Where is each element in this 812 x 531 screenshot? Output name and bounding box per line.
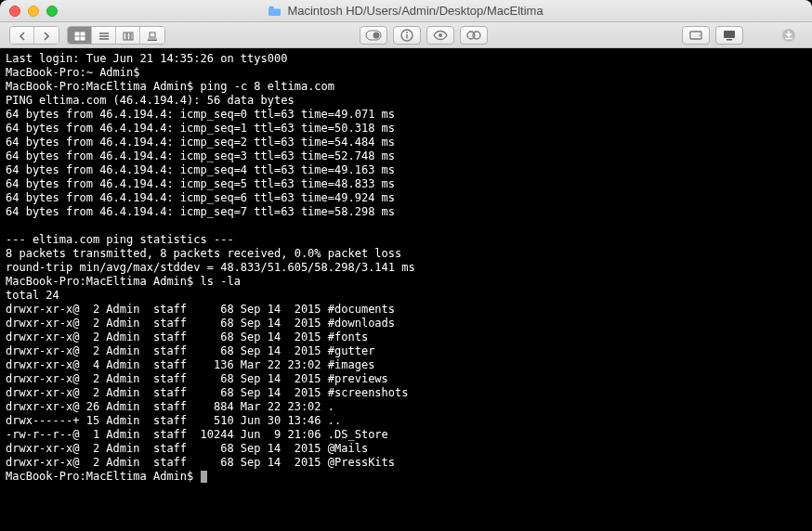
window-titlebar: Macintosh HD/Users/Admin/Desktop/MacElti… (0, 0, 812, 22)
svg-point-22 (699, 34, 701, 36)
column-view-button[interactable] (116, 27, 140, 45)
terminal-line: 64 bytes from 46.4.194.4: icmp_seq=0 ttl… (6, 108, 395, 121)
right-toolbar-group (682, 26, 743, 45)
svg-rect-2 (75, 37, 79, 40)
terminal-output[interactable]: Last login: Tue Jun 21 14:35:26 on ttys0… (0, 48, 812, 531)
compare-button[interactable] (460, 26, 488, 45)
window-controls (9, 6, 58, 17)
terminal-line: 64 bytes from 46.4.194.4: icmp_seq=4 ttl… (6, 163, 395, 176)
ls-row: drwxr-xr-x@ 4 Admin staff 136 Mar 22 23:… (6, 358, 374, 371)
terminal-line: --- eltima.com ping statistics --- (6, 233, 234, 246)
svg-point-18 (439, 33, 442, 37)
terminal-line: 8 packets transmitted, 8 packets receive… (6, 247, 401, 260)
back-button[interactable] (10, 27, 34, 45)
close-button[interactable] (9, 6, 20, 17)
svg-rect-9 (131, 32, 133, 40)
ls-row: drwxr-xr-x@ 2 Admin staff 68 Sep 14 2015… (6, 372, 388, 385)
ls-row: drwxr-xr-x@ 2 Admin staff 68 Sep 14 2015… (6, 303, 395, 316)
nav-segment (9, 26, 59, 45)
terminal-line: round-trip min/avg/max/stddev = 48.833/5… (6, 261, 415, 274)
coverflow-view-button[interactable] (140, 27, 164, 45)
list-view-button[interactable] (92, 27, 116, 45)
terminal-prompt: MacBook-Pro:MacEltima Admin$ (6, 470, 193, 483)
maximize-button[interactable] (46, 6, 58, 17)
terminal-line: total 24 (6, 289, 59, 302)
svg-rect-17 (406, 34, 407, 39)
ls-row: -rw-r--r--@ 1 Admin staff 10244 Jun 9 21… (6, 428, 388, 441)
ls-row: drwxr-xr-x@ 2 Admin staff 68 Sep 14 2015… (6, 330, 368, 343)
svg-rect-10 (150, 32, 155, 37)
terminal-line: 64 bytes from 46.4.194.4: icmp_seq=5 ttl… (6, 177, 395, 190)
center-toolbar-group (360, 26, 488, 45)
svg-rect-8 (127, 32, 130, 40)
download-button[interactable] (775, 26, 803, 45)
svg-rect-0 (75, 32, 79, 35)
toggle-visibility-button[interactable] (360, 26, 387, 45)
terminal-prompt: MacBook-Pro:MacEltima Admin$ (6, 80, 193, 93)
ls-row: drwxr-xr-x@ 26 Admin staff 884 Mar 22 23… (6, 400, 334, 413)
icon-view-button[interactable] (68, 27, 92, 45)
terminal-line: 64 bytes from 46.4.194.4: icmp_seq=7 ttl… (6, 205, 395, 218)
svg-rect-24 (727, 39, 732, 41)
forward-button[interactable] (34, 27, 59, 45)
terminal-line: 64 bytes from 46.4.194.4: icmp_seq=3 ttl… (6, 149, 395, 162)
toolbar (0, 22, 812, 48)
ls-row: drwxr-xr-x@ 2 Admin staff 68 Sep 14 2015… (6, 386, 408, 399)
terminal-command: ping -c 8 eltima.com (201, 80, 335, 93)
drive-button[interactable] (682, 26, 710, 45)
terminal-cursor (201, 471, 207, 483)
terminal-prompt: MacBook-Pro:~ Admin$ (6, 66, 140, 79)
ls-row: drwxr-xr-x@ 2 Admin staff 68 Sep 14 2015… (6, 317, 395, 330)
ls-row: drwx------+ 15 Admin staff 510 Jun 30 13… (6, 414, 341, 427)
svg-point-20 (473, 32, 480, 39)
info-button[interactable] (393, 26, 421, 45)
terminal-line: 64 bytes from 46.4.194.4: icmp_seq=1 ttl… (6, 122, 395, 135)
svg-rect-1 (81, 32, 85, 35)
svg-rect-7 (124, 32, 126, 40)
svg-point-16 (406, 32, 408, 33)
svg-rect-23 (724, 31, 735, 38)
window-title: Macintosh HD/Users/Admin/Desktop/MacElti… (268, 4, 543, 18)
terminal-button[interactable] (715, 26, 743, 45)
terminal-line: 64 bytes from 46.4.194.4: icmp_seq=6 ttl… (6, 191, 395, 204)
terminal-line: 64 bytes from 46.4.194.4: icmp_seq=2 ttl… (6, 136, 395, 149)
terminal-line: Last login: Tue Jun 21 14:35:26 on ttys0… (6, 52, 287, 65)
terminal-line: PING eltima.com (46.4.194.4): 56 data by… (6, 94, 295, 107)
svg-point-14 (373, 32, 380, 38)
terminal-command: ls -la (201, 275, 241, 288)
svg-rect-3 (81, 37, 85, 40)
terminal-prompt: MacBook-Pro:MacEltima Admin$ (6, 275, 193, 288)
minimize-button[interactable] (28, 6, 39, 17)
quicklook-button[interactable] (426, 26, 454, 45)
folder-icon (268, 6, 282, 16)
window-title-text: Macintosh HD/Users/Admin/Desktop/MacElti… (287, 4, 543, 18)
view-segment (67, 26, 165, 45)
ls-row: drwxr-xr-x@ 2 Admin staff 68 Sep 14 2015… (6, 456, 395, 469)
ls-row: drwxr-xr-x@ 2 Admin staff 68 Sep 14 2015… (6, 344, 374, 357)
ls-row: drwxr-xr-x@ 2 Admin staff 68 Sep 14 2015… (6, 442, 368, 455)
